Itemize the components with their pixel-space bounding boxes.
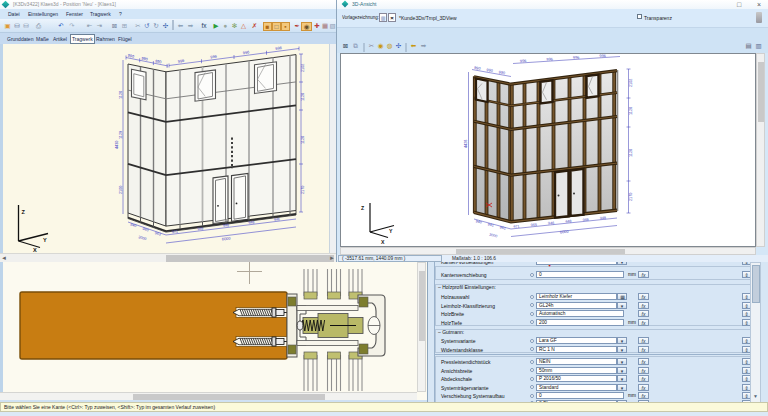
svg-text:2170: 2170 [301,186,305,194]
svg-text:1128: 1128 [629,107,633,115]
svg-text:940: 940 [130,223,137,229]
svg-text:946: 946 [548,221,554,226]
svg-text:948: 948 [600,216,606,221]
svg-text:1128: 1128 [301,136,305,144]
svg-text:4430: 4430 [115,141,119,149]
svg-text:1128: 1128 [119,91,123,99]
svg-text:6000: 6000 [560,229,570,235]
svg-text:996: 996 [599,53,606,58]
svg-text:1129: 1129 [119,131,123,139]
svg-text:2170: 2170 [629,193,633,201]
svg-text:971: 971 [513,224,519,229]
svg-text:2100: 2100 [119,186,123,194]
svg-text:3000: 3000 [489,233,498,239]
svg-text:945: 945 [531,223,537,228]
svg-text:996: 996 [210,54,217,60]
svg-text:6000: 6000 [222,235,232,241]
svg-text:996: 996 [520,58,527,63]
svg-text:996: 996 [546,56,553,61]
svg-text:961: 961 [499,225,506,230]
svg-text:963: 963 [154,231,161,237]
svg-text:996: 996 [275,45,282,51]
svg-text:1128: 1128 [629,149,633,157]
svg-text:996: 996 [177,58,184,64]
svg-text:946: 946 [197,226,204,231]
svg-text:X: X [381,239,385,245]
svg-text:2102: 2102 [301,64,305,72]
svg-text:941: 941 [487,222,494,227]
svg-text:3000: 3000 [138,235,147,241]
svg-text:948: 948 [248,220,255,225]
svg-text:948: 948 [565,219,571,224]
svg-text:946: 946 [582,218,588,223]
svg-text:Z: Z [361,205,365,211]
svg-text:946: 946 [274,217,281,222]
svg-text:Y: Y [43,237,47,243]
svg-text:4428: 4428 [464,140,468,148]
svg-text:Z: Z [22,209,26,215]
svg-text:996: 996 [573,55,580,60]
svg-text:Y: Y [389,228,393,234]
svg-text:996: 996 [242,49,249,55]
svg-text:948: 948 [223,223,230,228]
svg-text:960: 960 [142,227,149,233]
svg-text:1128: 1128 [301,93,305,101]
svg-text:2102: 2102 [629,79,633,87]
svg-text:940: 940 [475,219,482,224]
svg-text:971: 971 [172,230,179,235]
